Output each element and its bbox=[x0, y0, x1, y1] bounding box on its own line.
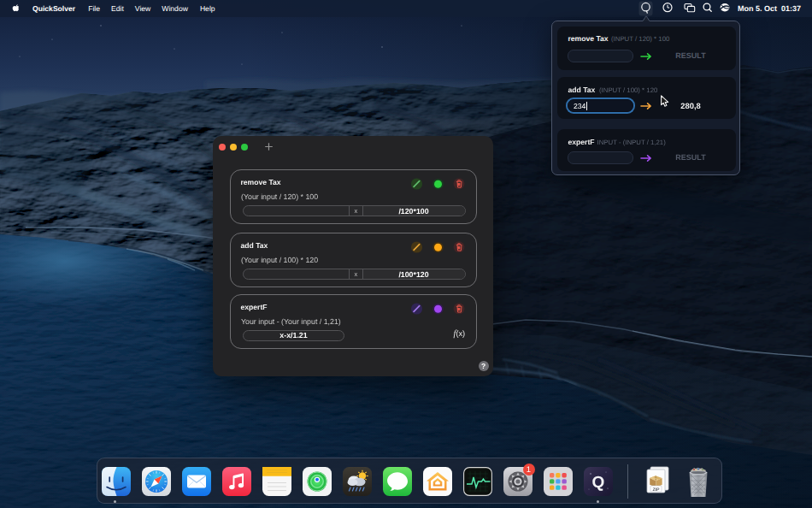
svg-text:ZIP: ZIP bbox=[652, 487, 660, 493]
svg-text:Q: Q bbox=[592, 474, 605, 492]
